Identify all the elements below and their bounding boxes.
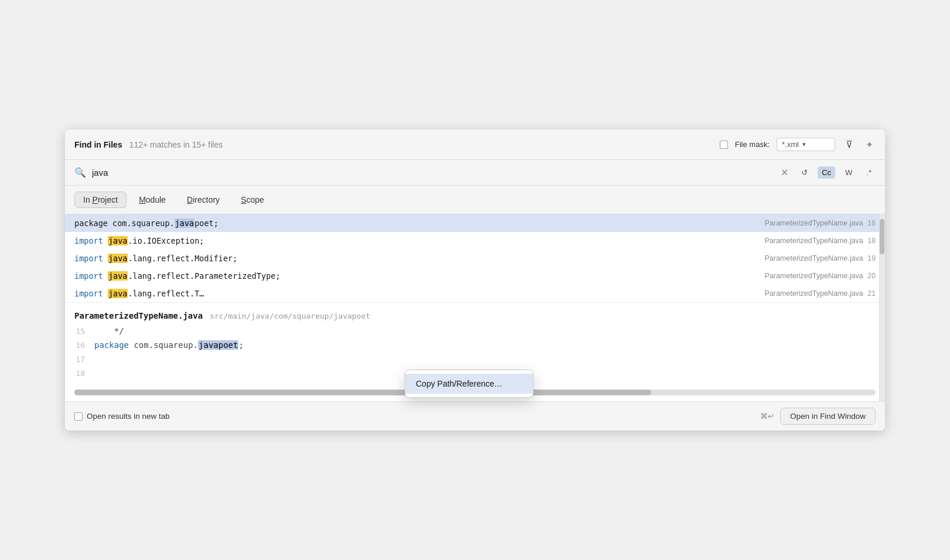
results-area: package com.squareup.javapoet; Parameter…: [65, 214, 885, 401]
shortcut-hint: ⌘↵: [760, 412, 774, 421]
scrollbar-thumb-h: [74, 390, 651, 395]
whole-word-button[interactable]: W: [841, 166, 856, 179]
line-content: package com.squareup.javapoet;: [94, 340, 244, 350]
find-in-files-panel: Find in Files 112+ matches in 15+ files …: [65, 129, 885, 431]
row-meta: ParameterizedTypeName.java 21: [764, 289, 876, 298]
file-mask-label: File mask:: [735, 140, 770, 149]
code-line-15: 15 */: [65, 324, 885, 338]
context-header: ParameterizedTypeName.java src/main/java…: [65, 303, 885, 324]
line-content: */: [94, 326, 124, 336]
file-mask-input[interactable]: *.xml ▾: [777, 138, 835, 151]
row-meta: ParameterizedTypeName.java 19: [764, 254, 876, 262]
pin-button[interactable]: ⌖: [863, 137, 876, 152]
row-code: import java.lang.reflect.Modifier;: [74, 254, 753, 263]
filter-button[interactable]: ⊽: [842, 136, 856, 152]
regex-button[interactable]: .*: [862, 166, 876, 179]
context-menu: Copy Path/Reference…: [405, 370, 534, 398]
panel-title: Find in Files: [74, 140, 122, 149]
open-in-new-tab-checkbox[interactable]: [74, 412, 83, 421]
scope-tabs: In Project Module Directory Scope: [65, 186, 885, 214]
table-row[interactable]: import java.lang.reflect.Modifier; Param…: [65, 250, 885, 267]
context-filename: ParameterizedTypeName.java: [74, 311, 203, 320]
table-row[interactable]: import java.lang.reflect.ParameterizedTy…: [65, 267, 885, 285]
row-code: import java.lang.reflect.T…: [74, 289, 753, 298]
clear-search-button[interactable]: ✕: [778, 166, 791, 179]
refresh-button[interactable]: ↺: [797, 166, 812, 179]
row-code: import java.lang.reflect.ParameterizedTy…: [74, 271, 753, 281]
context-filepath: src/main/java/com/squareup/javapoet: [210, 312, 370, 320]
line-number: 18: [65, 369, 94, 378]
file-mask-checkbox[interactable]: [720, 141, 728, 149]
case-sensitive-button[interactable]: Cc: [818, 166, 835, 179]
tab-module[interactable]: Module: [130, 192, 175, 208]
tab-directory[interactable]: Directory: [178, 192, 228, 208]
search-icon: 🔍: [74, 167, 86, 178]
search-input[interactable]: [92, 168, 772, 177]
tab-scope[interactable]: Scope: [232, 192, 273, 208]
row-meta: ParameterizedTypeName.java 18: [764, 237, 876, 245]
table-row[interactable]: package com.squareup.javapoet; Parameter…: [65, 214, 885, 232]
file-mask-value: *.xml: [782, 140, 799, 149]
pin-icon: ⌖: [867, 139, 872, 149]
match-count: 112+ matches in 15+ files: [129, 140, 223, 149]
line-number: 17: [65, 355, 94, 364]
open-in-find-window-button[interactable]: Open in Find Window: [780, 408, 876, 425]
line-number: 15: [65, 327, 94, 336]
code-line-17: 17: [65, 352, 885, 366]
line-content: [94, 354, 99, 364]
chevron-down-icon: ▾: [802, 141, 806, 148]
table-row[interactable]: import java.io.IOException; Parameterize…: [65, 232, 885, 250]
row-code: import java.io.IOException;: [74, 236, 753, 245]
open-in-new-tab-label[interactable]: Open results in new tab: [74, 412, 170, 421]
row-code: package com.squareup.javapoet;: [74, 218, 753, 228]
copy-path-reference-item[interactable]: Copy Path/Reference…: [405, 374, 533, 394]
scrollbar-thumb: [880, 219, 884, 254]
line-content: [94, 368, 99, 378]
row-meta: ParameterizedTypeName.java 16: [764, 219, 876, 227]
filter-icon: ⊽: [846, 139, 853, 149]
search-bar: 🔍 ✕ ↺ Cc W .*: [65, 160, 885, 186]
panel-footer: Open results in new tab ⌘↵ Open in Find …: [65, 401, 885, 431]
results-list: package com.squareup.javapoet; Parameter…: [65, 214, 885, 303]
code-line-16: 16 package com.squareup.javapoet;: [65, 338, 885, 352]
row-meta: ParameterizedTypeName.java 20: [764, 272, 876, 280]
open-in-new-tab-text: Open results in new tab: [87, 412, 170, 421]
tab-in-project[interactable]: In Project: [74, 192, 127, 208]
line-number: 16: [65, 341, 94, 350]
panel-header: Find in Files 112+ matches in 15+ files …: [65, 129, 885, 160]
results-scrollbar[interactable]: [879, 214, 885, 401]
table-row[interactable]: import java.lang.reflect.T… Parameterize…: [65, 285, 885, 302]
